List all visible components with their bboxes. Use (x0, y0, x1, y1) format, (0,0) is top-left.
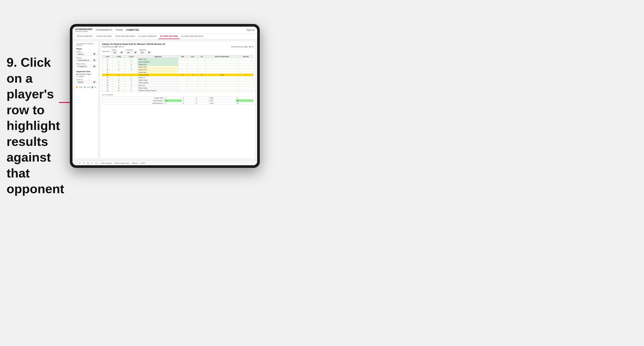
player-rank-label: Player (Rank) (76, 63, 96, 65)
opponent-filter: Opponent (All) (139, 49, 151, 54)
tab-team-summary[interactable]: TEAM SUMMARY (75, 34, 94, 39)
out-loss-naia1: 0 (182, 99, 195, 102)
undo-button[interactable]: ↩ (74, 162, 77, 165)
tablet-screen: SCOREBOARD Powered by clippd TOURNAMENTS… (72, 27, 257, 165)
opponent-view-title: Opponent view (76, 70, 96, 73)
gender-label: Gender (76, 51, 96, 52)
left-panel: Last Updated: 27/03/2024 16:55:28 Player… (74, 41, 98, 159)
tab-team-h2h-heatmap[interactable]: TEAM H2H HEATMAP (114, 34, 137, 39)
tab-player-summary[interactable]: PLAYER SUMMARY (137, 34, 158, 39)
play-button[interactable]: ▷ (91, 162, 94, 165)
colour-by-label: Colour by (76, 79, 96, 80)
table-row[interactable]: 1691Jessica Mason (102, 81, 254, 84)
radio-top100[interactable]: Top 100 (76, 76, 96, 77)
out-diff-foreign: 4.500 (208, 97, 236, 99)
division-select[interactable]: NCAA Division III (76, 59, 96, 62)
table-row[interactable]: 20117Federica Domecq Lacroze (102, 89, 254, 92)
out-name-naia1: NAIA Division 1 (102, 99, 164, 102)
watch-button[interactable]: Watch ▾ (131, 162, 139, 165)
table-row[interactable]: 914Sharon Mun (102, 66, 254, 68)
col-loss: Loss (187, 55, 198, 58)
table-row[interactable]: 11Haeju Hyun (102, 71, 254, 73)
table-row[interactable]: 1474Eunice Yi (102, 76, 254, 79)
out-diff-naia1: 9.267 (208, 99, 236, 102)
col-reg: # Reg (113, 55, 125, 58)
radio-dot-2 (76, 76, 78, 77)
color-legend: Down Level Up (76, 86, 96, 88)
out-label: Out of division (102, 94, 254, 96)
sub-nav: TEAM SUMMARY TEAM H2H GRID TEAM H2H HEAT… (72, 34, 257, 39)
col-win: Win (178, 55, 187, 58)
annotation: 9. Click on a player's row to highlight … (6, 54, 68, 197)
out-name-ncaa2: NCAA Division 2 (102, 102, 164, 104)
player-rank-select[interactable]: 8. Katelyn Vo (76, 65, 96, 68)
grid-button[interactable]: ⊞ (87, 162, 90, 165)
out-tie-naia1: 0 (195, 99, 208, 102)
nav-teams[interactable]: TEAMS (116, 28, 123, 32)
logo: SCOREBOARD Powered by clippd (75, 28, 92, 32)
out-of-division: Out of division Foreign Team 1 0 0 4.500… (102, 94, 254, 105)
out-row-ncaa2[interactable]: NCAA Division 2 5 0 0 7.400 10 (102, 102, 254, 104)
nav-tournaments[interactable]: TOURNAMENTS (96, 28, 112, 32)
table-row[interactable]: 613Sydney Kuo (102, 63, 254, 66)
main-content: Last Updated: 27/03/2024 16:55:28 Player… (72, 39, 257, 161)
gender-select[interactable]: Women's (76, 53, 96, 56)
table-row[interactable]: 522Alexis Sudjianto (102, 60, 254, 63)
filters-row: Opponents: Region (All) Conference (All) (102, 49, 254, 54)
radio-dot-1 (76, 73, 78, 75)
timestamp: Last Updated: 27/03/2024 16:55:28 (76, 43, 96, 46)
division-record: Division Record: 331 - 34 - 6 (232, 46, 254, 48)
grid-title: Katelyn Vo Head-to-Head Grid for Women's… (102, 43, 254, 45)
nav-bar: SCOREBOARD Powered by clippd TOURNAMENTS… (72, 27, 257, 34)
tab-team-h2h-grid[interactable]: TEAM H2H GRID (94, 34, 114, 39)
out-row-naia1[interactable]: NAIA Division 1 15 0 0 9.267 30 (102, 99, 254, 102)
col-div: # Div (102, 55, 113, 58)
view-original-button[interactable]: View: Original (100, 162, 112, 165)
conference-select[interactable]: (All) (125, 51, 137, 54)
colour-by-select[interactable]: Win/loss (76, 81, 96, 83)
col-diff: Diff Av Strokes/Rnd (206, 55, 238, 58)
out-table: Foreign Team 1 0 0 4.500 2 NAIA Division… (102, 97, 254, 105)
radio-opponents-played[interactable]: Opponents Played (76, 73, 96, 75)
dot-up (92, 86, 93, 88)
opponent-select[interactable]: (All) (139, 51, 151, 54)
right-panel: Katelyn Vo Head-to-Head Grid for Women's… (100, 41, 256, 159)
save-custom-view-button[interactable]: Save Custom View (114, 162, 130, 165)
out-name-foreign: Foreign Team (102, 97, 164, 99)
opponents-label: Opponents: (102, 51, 110, 52)
table-row[interactable]: 131Jessica Huang010-3.002 (102, 73, 254, 76)
table-row[interactable]: 1822Euna Lee (102, 84, 254, 87)
redo-button[interactable]: ↪ (78, 162, 81, 165)
tab-player-h2h-grid[interactable]: PLAYER H2H GRID (158, 34, 180, 39)
player-section-title: Player (76, 48, 96, 50)
out-row-foreign[interactable]: Foreign Team 1 0 0 4.500 2 (102, 97, 254, 99)
out-loss-foreign: 0 (182, 97, 195, 99)
bottom-toolbar: ↩ ↪ ⟳ ⊞ ▷ ◎ View: Original Save Custom V… (72, 161, 257, 165)
col-conf: # Conf (125, 55, 138, 58)
out-tie-foreign: 0 (195, 97, 208, 99)
conference-filter: Conference (All) (125, 49, 137, 54)
nav-committee[interactable]: COMMITTEE (126, 28, 139, 32)
table-row[interactable]: 31Esther Lee (102, 58, 254, 60)
annotation-step: 9. (6, 55, 17, 69)
out-rounds-ncaa2: 10 (236, 102, 254, 104)
out-win-naia1: 15 (164, 99, 182, 102)
tablet-frame: SCOREBOARD Powered by clippd TOURNAMENTS… (70, 24, 260, 168)
refresh-button[interactable]: ⟳ (82, 162, 85, 165)
table-row[interactable]: 19106Emily Chang (102, 87, 254, 89)
region-select[interactable]: (All) (112, 51, 124, 54)
tab-player-h2h-heatmap[interactable]: PLAYER H2H HEATMAP (180, 34, 205, 39)
h2h-table: # Div # Reg # Conf Opponent Win Loss Tie… (102, 55, 254, 92)
table-row[interactable]: 1585Stella Cheng (102, 79, 254, 81)
region-filter: Region (All) (112, 49, 124, 54)
target-button[interactable]: ◎ (95, 162, 98, 165)
out-rounds-naia1: 30 (236, 99, 254, 102)
overall-record: Overall Record: 353 - 34 - 6 (102, 46, 124, 48)
col-rounds: Rounds (238, 55, 254, 58)
sign-out-button[interactable]: Sign out (246, 29, 254, 31)
table-row[interactable]: 1063Andrea York (102, 68, 254, 71)
out-loss-ncaa2: 0 (182, 102, 195, 104)
share-button[interactable]: Share (140, 162, 146, 165)
out-tie-ncaa2: 0 (195, 102, 208, 104)
out-win-ncaa2: 5 (164, 102, 182, 104)
